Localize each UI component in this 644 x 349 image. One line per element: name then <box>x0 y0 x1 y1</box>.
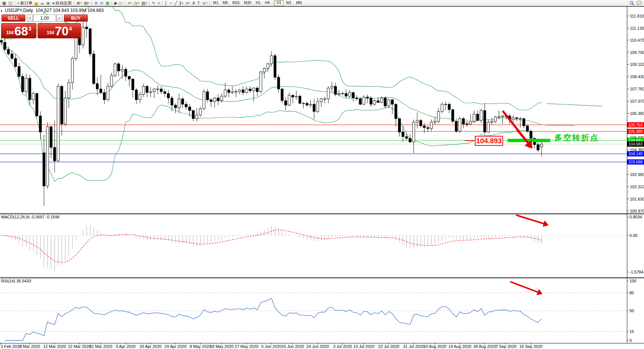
volume-decrease-button[interactable]: ▼ <box>27 15 33 22</box>
vertical-line-tool[interactable]: │ <box>164 0 168 6</box>
timeframe-button-M30[interactable]: M30 <box>242 0 253 6</box>
cursor-tool[interactable]: ↖ <box>151 0 156 6</box>
profiles-icon[interactable]: ▤▾ <box>83 0 91 6</box>
buy-button[interactable]: BUY <box>64 15 88 22</box>
new-order-button[interactable]: + 新订单 <box>16 0 33 6</box>
x-axis-date-label: 3 Mar 2020 <box>19 344 40 349</box>
indicators-icon[interactable]: +▾ <box>126 0 133 6</box>
candle-body <box>327 88 329 99</box>
market-watch-icon[interactable]: ◫ <box>7 0 13 6</box>
x-axis-date-label: 18 May 2020 <box>210 344 234 349</box>
arrows-tool[interactable]: ⇘▾ <box>201 0 208 6</box>
chart-shift-icon[interactable]: ▷ <box>119 0 124 6</box>
crosshair-icon: + <box>158 1 160 5</box>
x-axis-date-label: 29 Apr 2020 <box>164 344 186 349</box>
collapse-marker[interactable]: ▴ <box>1 9 2 12</box>
candle-body <box>284 100 287 105</box>
sell-button[interactable]: SELL <box>1 15 25 22</box>
y-axis-tick-label: 109.110 <box>630 62 644 67</box>
timeframe-button-M1[interactable]: M1 <box>211 0 220 6</box>
y-axis-tick-label: 100.970 <box>630 209 644 213</box>
label-icon: T <box>197 1 200 5</box>
candle-body <box>235 92 237 92</box>
signal-glyph-icon: ◉ <box>46 1 50 5</box>
signals-icon[interactable]: ◉ <box>45 0 51 6</box>
crosshair-tool[interactable]: + <box>157 0 161 6</box>
new-chart-icon[interactable]: ⊞▾ <box>75 0 83 6</box>
x-axis-date-label: 13 Jul 2020 <box>353 344 374 349</box>
candle-body <box>203 92 205 109</box>
candle-body <box>373 100 376 104</box>
candle-body <box>466 124 468 124</box>
candle-body <box>412 122 415 142</box>
arrows-icon: ⇘ <box>202 1 205 5</box>
fibo-label: F <box>189 2 190 4</box>
candle-body <box>192 111 194 119</box>
autotrade-button[interactable]: ● 自动交易 <box>51 0 73 6</box>
volume-input[interactable] <box>33 15 56 22</box>
label-tool[interactable]: T <box>196 0 201 6</box>
timeframe-button-M5[interactable]: M5 <box>220 0 230 6</box>
templates-icon[interactable]: ▧▾ <box>141 0 148 6</box>
candle-body <box>267 64 269 68</box>
candle-body <box>473 114 475 121</box>
candle-body <box>139 95 141 100</box>
x-axis-date-label: 5 Jun 2020 <box>261 344 281 349</box>
cloud-glyph-icon: ☁ <box>40 1 44 5</box>
candle-body <box>523 119 525 126</box>
search-icon[interactable] <box>628 0 635 6</box>
separator <box>149 1 149 5</box>
x-axis-date-label: 12 Mar 2020 <box>43 344 66 349</box>
price-level-callout[interactable]: 104.893 <box>475 136 503 146</box>
macd-scale-label: 0.00 <box>629 233 637 238</box>
candle-body <box>4 42 6 49</box>
horizontal-line-tool[interactable]: ─ <box>168 0 174 6</box>
y-axis-tick-label: 108.430 <box>630 74 644 79</box>
equidistant-channel-tool[interactable]: ∥E <box>178 0 184 6</box>
chart-canvas[interactable]: 111.810111.130110.470109.790109.110108.4… <box>0 0 644 349</box>
cloud-icon[interactable]: ☁ <box>39 0 45 6</box>
window-icon: ▦ <box>2 1 6 5</box>
timeframe-button-H4[interactable]: H4 <box>263 0 272 6</box>
ask-panel[interactable]: 104 70 4 <box>38 23 81 38</box>
candle-body <box>501 116 503 117</box>
chat-icon[interactable] <box>635 0 643 6</box>
timeframe-button-H1[interactable]: H1 <box>254 0 263 6</box>
gold-icon[interactable]: ▅ <box>33 0 39 6</box>
macd-pane[interactable] <box>0 214 627 277</box>
zoom-in-icon[interactable]: ⊕ <box>93 0 99 6</box>
candle-body <box>174 105 177 108</box>
macd-scale-label: 0.8034 <box>629 215 642 219</box>
candle-body <box>11 54 13 58</box>
bid-panel[interactable]: 104 68 3 <box>1 23 36 38</box>
x-axis-date-label: 10 Aug 2020 <box>424 344 447 349</box>
x-axis-date-label: 31 Jul 2020 <box>403 344 424 349</box>
fibonacci-tool[interactable]: ≡F <box>185 0 191 6</box>
candle-body <box>82 27 84 45</box>
separator <box>162 1 162 5</box>
timeframe-button-MN[interactable]: MN <box>294 0 304 6</box>
toolbar: ▦ ◫ + 新订单 ▅ ☁ ◉ ● 自动交易 ⊞▾ ▤▾ ⊕ ⊖ ▦ ▶ ▷ +… <box>0 0 644 6</box>
turning-point-annotation[interactable]: 多空转折点 <box>554 132 599 143</box>
charts-window-icon[interactable]: ▦ <box>1 0 7 6</box>
zoom-out-icon[interactable]: ⊖ <box>99 0 104 6</box>
timeframe-button-W1[interactable]: W1 <box>284 0 294 6</box>
trendline-tool[interactable]: ╱ <box>174 0 178 6</box>
candle-body <box>270 56 273 64</box>
text-tool[interactable]: A <box>191 0 196 6</box>
periods-icon[interactable]: ◷▾ <box>133 0 140 6</box>
timeframe-button-M15[interactable]: M15 <box>230 0 242 6</box>
shift-icon: ▷ <box>120 1 123 5</box>
candle-body <box>249 89 251 91</box>
auto-scroll-icon[interactable]: ▶ <box>113 0 118 6</box>
candle-body <box>526 126 528 131</box>
y-axis-tick-label: 109.790 <box>630 50 644 55</box>
candle-body <box>228 90 230 93</box>
volume-increase-button[interactable]: ▲ <box>56 15 62 22</box>
tile-windows-icon[interactable]: ▦ <box>104 0 110 6</box>
candle-body <box>387 100 390 106</box>
candle-body <box>363 97 365 104</box>
timeframe-button-D1[interactable]: D1 <box>274 0 284 6</box>
candle-body <box>210 100 212 102</box>
rsi-scale-label: 100 <box>629 279 636 283</box>
